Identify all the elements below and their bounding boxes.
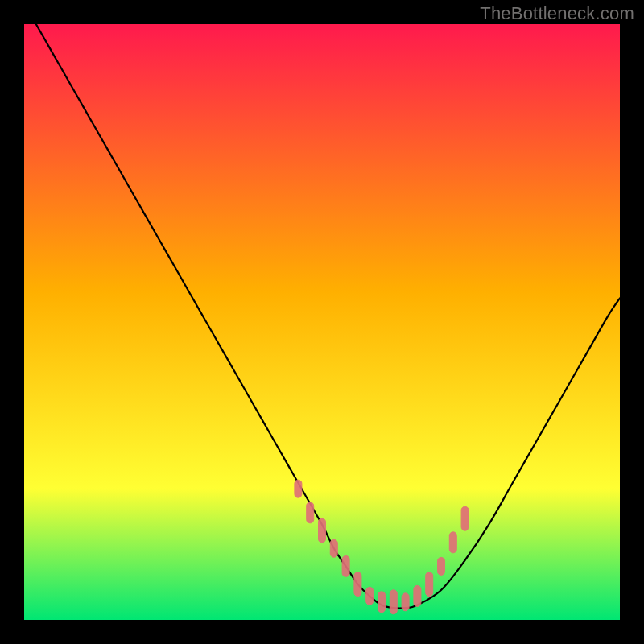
watermark-text: TheBottleneck.com: [480, 3, 634, 24]
marker: [426, 572, 433, 597]
marker: [438, 557, 445, 575]
marker: [342, 555, 349, 576]
marker: [295, 480, 302, 497]
marker: [319, 518, 326, 543]
marker: [354, 572, 361, 597]
marker: [414, 585, 421, 606]
chart-container: TheBottleneck.com: [0, 0, 644, 644]
chart-svg: [24, 24, 620, 620]
marker: [366, 587, 374, 605]
plot-area: [24, 24, 620, 620]
marker: [402, 593, 409, 611]
marker: [330, 539, 337, 557]
marker: [390, 590, 397, 614]
marker: [378, 592, 386, 613]
marker: [449, 532, 456, 553]
marker: [461, 506, 469, 530]
marker: [307, 502, 314, 523]
